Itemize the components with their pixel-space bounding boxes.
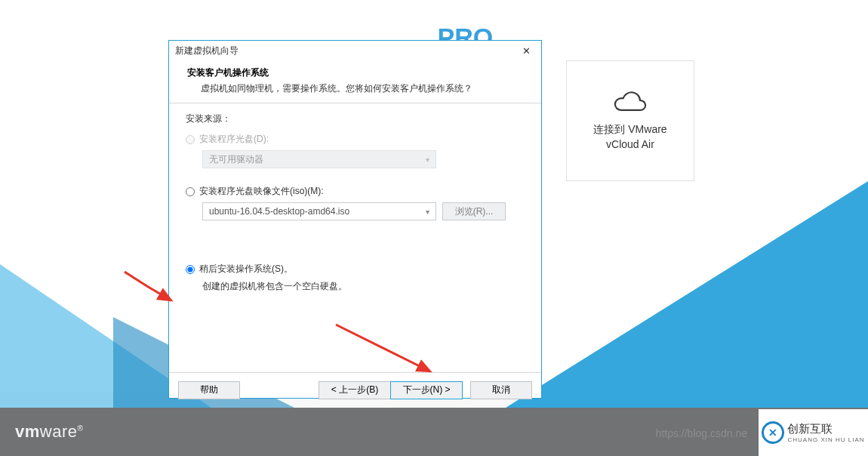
- radio-install-later-input[interactable]: [186, 265, 195, 274]
- iso-path-combo[interactable]: ubuntu-16.04.5-desktop-amd64.iso ▾: [202, 202, 436, 220]
- corner-brand-sub: CHUANG XIN HU LIAN: [787, 436, 864, 443]
- chevron-down-icon[interactable]: ▾: [426, 208, 429, 216]
- install-later-hint: 创建的虚拟机将包含一个空白硬盘。: [202, 280, 525, 293]
- watermark-text: https://blog.csdn.ne: [656, 427, 747, 439]
- radio-install-later[interactable]: 稍后安装操作系统(S)。: [186, 263, 525, 276]
- dialog-title: 新建虚拟机向导: [175, 45, 239, 57]
- chevron-down-icon: ▾: [426, 156, 429, 164]
- corner-brand-logo: ✕ 创新互联 CHUANG XIN HU LIAN: [759, 409, 868, 456]
- radio-install-disc-input: [186, 135, 195, 144]
- cancel-button[interactable]: 取消: [470, 381, 532, 399]
- back-button[interactable]: < 上一步(B): [319, 381, 391, 399]
- dialog-body: 安装来源： 安装程序光盘(D): 无可用驱动器 ▾ 安装程序光盘映像文件(iso…: [169, 103, 541, 372]
- dialog-footer: 帮助 < 上一步(B) 下一步(N) > 取消: [169, 372, 541, 407]
- new-vm-wizard-dialog: 新建虚拟机向导 ✕ 安装客户机操作系统 虚拟机如同物理机，需要操作系统。您将如何…: [168, 40, 542, 399]
- help-button[interactable]: 帮助: [178, 381, 240, 399]
- radio-install-disc-label: 安装程序光盘(D):: [199, 133, 269, 146]
- dialog-header: 安装客户机操作系统 虚拟机如同物理机，需要操作系统。您将如何安装客户机操作系统？: [169, 62, 541, 103]
- radio-iso-file[interactable]: 安装程序光盘映像文件(iso)(M):: [186, 185, 525, 198]
- browse-button[interactable]: 浏览(R)...: [442, 202, 506, 220]
- cloud-icon: [613, 89, 648, 112]
- corner-brand-icon: ✕: [762, 421, 784, 444]
- dialog-subheading: 虚拟机如同物理机，需要操作系统。您将如何安装客户机操作系统？: [187, 82, 523, 95]
- radio-install-later-label: 稍后安装操作系统(S)。: [199, 263, 293, 276]
- corner-brand-name: 创新互联: [787, 422, 864, 436]
- decor-triangle: [506, 181, 868, 408]
- close-icon[interactable]: ✕: [516, 43, 537, 60]
- radio-iso-file-input[interactable]: [186, 187, 195, 196]
- radio-iso-file-label: 安装程序光盘映像文件(iso)(M):: [199, 185, 324, 198]
- drive-select: 无可用驱动器 ▾: [202, 150, 436, 168]
- connect-vcloud-tile[interactable]: 连接到 VMware vCloud Air: [566, 60, 694, 181]
- dialog-titlebar: 新建虚拟机向导 ✕: [169, 41, 541, 62]
- drive-select-placeholder: 无可用驱动器: [209, 153, 263, 166]
- iso-path-value: ubuntu-16.04.5-desktop-amd64.iso: [209, 206, 349, 217]
- radio-install-disc: 安装程序光盘(D):: [186, 133, 525, 146]
- tile-label: 连接到 VMware vCloud Air: [593, 122, 666, 152]
- vmware-logo: vmware®: [15, 422, 83, 442]
- next-button[interactable]: 下一步(N) >: [390, 381, 463, 399]
- source-label: 安装来源：: [186, 112, 525, 125]
- dialog-heading: 安装客户机操作系统: [187, 66, 523, 79]
